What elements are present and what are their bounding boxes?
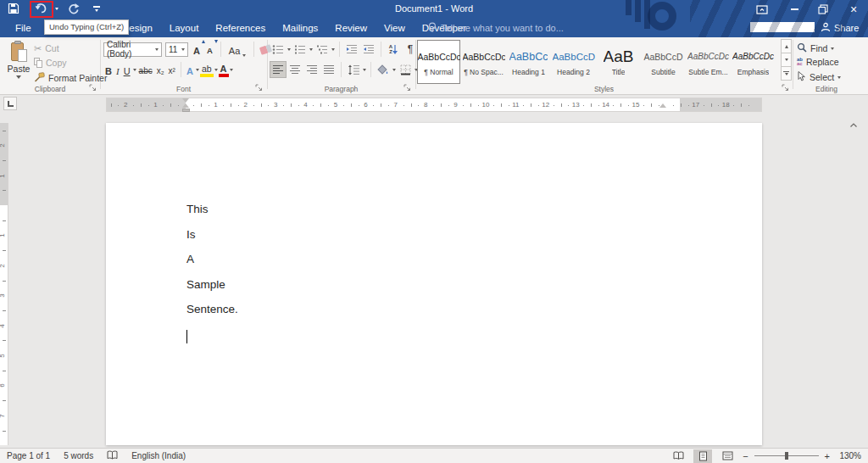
page-indicator[interactable]: Page 1 of 1 [7, 451, 50, 460]
align-center-button[interactable] [287, 62, 303, 77]
print-layout-icon[interactable] [693, 449, 712, 463]
line-spacing-button[interactable] [346, 62, 361, 77]
underline-button[interactable]: U [122, 62, 132, 77]
style-item[interactable]: AaBbCcDc Subtle Em... [687, 40, 730, 84]
first-line-indent-marker[interactable] [182, 98, 189, 103]
replace-button[interactable]: ab ac Replace [797, 57, 839, 67]
ribbon-tab[interactable]: References [207, 19, 274, 37]
tell-me-box[interactable]: Tell me what you want to do... [428, 19, 564, 37]
multilevel-list-button[interactable] [314, 42, 330, 57]
document-line[interactable]: Sentence. [186, 301, 238, 326]
ribbon-tab[interactable]: Mailings [274, 19, 326, 37]
shrink-font-button[interactable]: A [205, 42, 214, 57]
bullets-dropdown-icon[interactable] [287, 48, 291, 51]
document-text[interactable]: ThisIsASampleSentence. [186, 201, 238, 326]
restore-icon[interactable] [815, 3, 831, 16]
font-dialog-launcher-icon[interactable] [255, 84, 263, 92]
ribbon-display-options-icon[interactable] [754, 3, 770, 16]
numbering-button[interactable] [292, 42, 308, 57]
select-dropdown-icon[interactable] [837, 76, 841, 79]
bullets-button[interactable] [270, 42, 286, 57]
text-effects-button[interactable]: A [185, 62, 195, 77]
font-color-dropdown-icon[interactable] [230, 69, 233, 71]
show-hide-marks-button[interactable]: ¶ [403, 42, 418, 57]
zoom-in-button[interactable]: + [825, 451, 830, 461]
find-button[interactable]: Find [797, 42, 834, 54]
web-layout-icon[interactable] [718, 449, 737, 463]
zoom-out-button[interactable]: − [743, 451, 748, 461]
read-mode-icon[interactable] [669, 449, 687, 463]
right-indent-marker[interactable] [659, 103, 666, 108]
font-size-select[interactable]: 11 [165, 42, 188, 57]
underline-dropdown-icon[interactable] [133, 69, 136, 71]
styles-dialog-launcher-icon[interactable] [782, 84, 789, 92]
font-name-select[interactable]: Calibri (Body) [103, 42, 162, 57]
style-item[interactable]: AaBbCc Heading 1 [507, 40, 550, 84]
style-item[interactable]: AaBbCcDc Emphasis [732, 40, 775, 84]
hanging-indent-marker[interactable] [182, 103, 189, 108]
tab-selector-button[interactable] [3, 97, 17, 110]
align-left-button[interactable] [270, 62, 286, 77]
find-dropdown-icon[interactable] [831, 47, 834, 50]
highlight-dropdown-icon[interactable] [214, 69, 218, 71]
shading-dropdown-icon[interactable] [392, 69, 396, 71]
account-box[interactable] [750, 22, 815, 32]
paste-button[interactable]: Paste [5, 42, 32, 89]
style-item[interactable]: AaBbCcDc ¶ Normal [417, 40, 460, 84]
style-item[interactable]: AaB Title [597, 40, 640, 84]
left-indent-marker[interactable] [182, 109, 190, 112]
style-item[interactable]: AaBbCcD Subtitle [642, 40, 685, 84]
multilevel-dropdown-icon[interactable] [331, 48, 335, 51]
minimize-icon[interactable] [787, 3, 802, 16]
font-color-button[interactable]: A [219, 62, 229, 77]
document-line[interactable]: Is [186, 226, 238, 252]
sort-button[interactable]: AZ [386, 42, 401, 57]
strikethrough-button[interactable]: abc [137, 62, 154, 77]
zoom-slider-thumb[interactable] [785, 452, 788, 460]
ribbon-tab[interactable]: Layout [161, 19, 208, 37]
share-button[interactable]: Share [821, 19, 859, 37]
numbering-dropdown-icon[interactable] [309, 48, 313, 51]
increase-indent-button[interactable] [361, 42, 376, 57]
format-painter-button[interactable]: Format Painter [34, 72, 107, 84]
copy-button[interactable]: Copy [34, 58, 67, 68]
cut-button[interactable]: ✂ Cut [34, 43, 59, 53]
select-button[interactable]: Select [797, 71, 841, 83]
tab-file[interactable]: File [5, 19, 42, 37]
style-item[interactable]: AaBbCcDc ¶ No Spac... [462, 40, 505, 84]
zoom-level[interactable]: 130% [836, 451, 861, 460]
collapse-ribbon-icon[interactable] [848, 120, 860, 130]
paragraph-dialog-launcher-icon[interactable] [403, 84, 411, 92]
styles-more-icon[interactable] [781, 66, 792, 81]
word-count[interactable]: 5 words [64, 451, 93, 460]
zoom-slider[interactable] [754, 455, 819, 456]
italic-button[interactable]: I [114, 62, 121, 77]
bold-button[interactable]: B [103, 62, 114, 77]
close-icon[interactable]: × [846, 3, 861, 16]
text-effects-dropdown-icon[interactable] [196, 69, 199, 71]
language-indicator[interactable]: English (India) [131, 451, 186, 460]
justify-button[interactable] [321, 62, 337, 77]
shading-button[interactable] [376, 62, 391, 77]
highlight-color-button[interactable]: ab [200, 62, 214, 77]
document-line[interactable]: A [186, 251, 238, 276]
subscript-button[interactable]: x₂ [155, 62, 166, 77]
borders-button[interactable] [398, 62, 413, 77]
ribbon-tab[interactable]: View [376, 19, 414, 37]
decrease-indent-button[interactable] [344, 42, 359, 57]
document-page[interactable]: ThisIsASampleSentence. [106, 123, 762, 445]
proofing-icon[interactable] [107, 450, 118, 462]
grow-font-button[interactable]: A [192, 42, 202, 57]
styles-scroll-up-icon[interactable] [781, 39, 792, 53]
clipboard-dialog-launcher-icon[interactable] [89, 84, 97, 92]
ribbon-tab[interactable]: Review [326, 19, 376, 37]
undo-tooltip: Undo Typing (Ctrl+Z) [44, 20, 129, 35]
style-item[interactable]: AaBbCcD Heading 2 [552, 40, 595, 84]
align-right-button[interactable] [304, 62, 320, 77]
document-line[interactable]: Sample [186, 276, 238, 302]
styles-scroll-down-icon[interactable] [781, 53, 792, 67]
change-case-button[interactable]: Aa [227, 42, 248, 57]
superscript-button[interactable]: x² [167, 62, 177, 77]
document-line[interactable]: This [186, 201, 238, 226]
line-spacing-dropdown-icon[interactable] [363, 69, 366, 71]
